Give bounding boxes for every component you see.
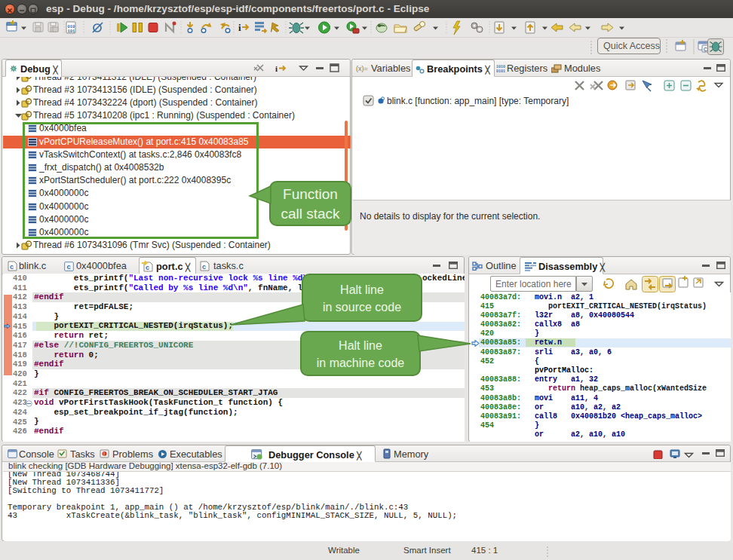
svg-text:0101: 0101 xyxy=(496,69,505,73)
svg-text:c: c xyxy=(10,263,14,271)
svg-text:101: 101 xyxy=(68,29,76,34)
svg-text:c: c xyxy=(67,262,71,271)
svg-text:(x)=: (x)= xyxy=(356,65,368,72)
svg-text:!: ! xyxy=(103,451,105,457)
svg-text:i: i xyxy=(238,22,241,33)
svg-text:c: c xyxy=(202,263,206,271)
svg-text:i: i xyxy=(275,64,278,73)
svg-text:C: C xyxy=(704,47,707,52)
